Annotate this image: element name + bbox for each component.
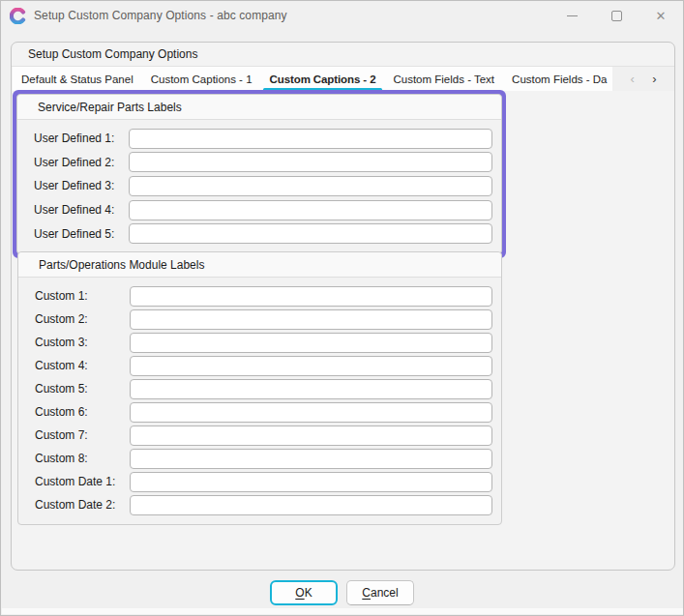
custom-6-input[interactable]: [130, 402, 492, 423]
custom-4-input[interactable]: [130, 356, 492, 376]
tab-scroll-left-icon[interactable]: ‹: [630, 73, 634, 85]
field-label: Custom 5:: [28, 382, 130, 396]
form-row: Custom Date 2:: [28, 493, 492, 516]
field-label: Custom 3:: [28, 336, 130, 349]
form-row: Custom 7:: [28, 424, 492, 447]
field-label: User Defined 4:: [27, 203, 129, 217]
user-defined-4-input[interactable]: [129, 200, 492, 220]
form-row: Custom 4:: [28, 354, 492, 377]
field-label: Custom Date 2:: [28, 498, 130, 512]
field-label: User Defined 3:: [27, 179, 129, 192]
tab-custom-captions-1[interactable]: Custom Captions - 1: [142, 67, 261, 91]
maximize-button[interactable]: [594, 1, 639, 30]
form-row: Custom 6:: [28, 400, 492, 424]
custom-8-input[interactable]: [130, 449, 492, 469]
custom-7-input[interactable]: [130, 425, 492, 446]
group-service-repair-parts-labels: Service/Repair Parts Labels User Defined…: [16, 94, 502, 254]
options-panel: Setup Custom Company Options Default & S…: [11, 42, 675, 571]
custom-2-input[interactable]: [130, 309, 492, 330]
tab-default-status-panel[interactable]: Default & Status Panel: [13, 67, 142, 91]
form-row: User Defined 2:: [27, 151, 492, 175]
field-label: Custom 1:: [28, 289, 130, 303]
tab-custom-fields-date[interactable]: Custom Fields - Da: [503, 67, 610, 91]
dialog-footer: OK Cancel: [1, 580, 683, 605]
field-label: User Defined 5:: [27, 227, 129, 241]
close-icon: ✕: [656, 9, 667, 23]
user-defined-1-input[interactable]: [129, 129, 492, 149]
panel-title: Setup Custom Company Options: [12, 43, 674, 67]
custom-5-input[interactable]: [130, 379, 492, 399]
user-defined-3-input[interactable]: [129, 176, 492, 196]
user-defined-2-input[interactable]: [129, 152, 492, 172]
form-row: User Defined 3:: [27, 174, 492, 198]
maximize-icon: [611, 11, 622, 21]
close-button[interactable]: ✕: [639, 1, 683, 30]
tab-strip: Default & Status Panel Custom Captions -…: [13, 67, 674, 91]
custom-3-input[interactable]: [130, 333, 492, 353]
group-rows: Custom 1: Custom 2: Custom 3: Custom 4: …: [18, 278, 501, 524]
window-controls: ✕: [550, 1, 683, 30]
titlebar: Setup Custom Company Options - abc compa…: [1, 1, 683, 30]
field-label: Custom 8:: [28, 452, 130, 465]
field-label: Custom 2:: [28, 312, 130, 326]
group-title: Service/Repair Parts Labels: [17, 95, 501, 120]
field-label: Custom 6:: [28, 405, 130, 419]
custom-date-1-input[interactable]: [130, 472, 492, 492]
form-row: Custom Date 1:: [28, 470, 492, 493]
field-label: User Defined 2:: [27, 156, 129, 169]
app-logo-icon: [10, 8, 26, 24]
minimize-button[interactable]: [550, 1, 594, 30]
custom-date-2-input[interactable]: [130, 495, 492, 515]
user-defined-5-input[interactable]: [129, 223, 492, 244]
window-title: Setup Custom Company Options - abc compa…: [34, 9, 287, 22]
tab-scroll-right-icon[interactable]: ›: [652, 73, 656, 85]
form-row: Custom 3:: [28, 331, 492, 354]
dialog-window: Setup Custom Company Options - abc compa…: [0, 0, 684, 616]
custom-1-input[interactable]: [130, 286, 492, 307]
form-row: User Defined 4:: [27, 198, 492, 222]
tab-custom-captions-2[interactable]: Custom Captions - 2: [261, 67, 385, 91]
tab-custom-fields-text[interactable]: Custom Fields - Text: [384, 67, 503, 91]
group-parts-operations-module-labels: Parts/Operations Module Labels Custom 1:…: [17, 251, 502, 525]
window-bottom-edge: [2, 608, 684, 614]
group-rows: User Defined 1: User Defined 2: User Def…: [17, 120, 501, 253]
highlight-outline: Service/Repair Parts Labels User Defined…: [13, 90, 506, 258]
form-row: Custom 2:: [28, 308, 492, 331]
form-row: Custom 8:: [28, 447, 492, 470]
tab-scroller: ‹ ›: [612, 67, 674, 91]
field-label: Custom Date 1:: [28, 475, 130, 488]
form-row: Custom 5:: [28, 377, 492, 400]
form-row: User Defined 1:: [27, 127, 492, 151]
form-row: User Defined 5:: [27, 221, 492, 246]
field-label: Custom 7:: [28, 428, 130, 442]
field-label: Custom 4:: [28, 359, 130, 372]
cancel-button[interactable]: Cancel: [346, 580, 414, 605]
group-title: Parts/Operations Module Labels: [18, 252, 501, 278]
ok-button[interactable]: OK: [270, 580, 338, 605]
field-label: User Defined 1:: [27, 132, 129, 145]
form-row: Custom 1:: [28, 284, 492, 308]
minimize-icon: [567, 15, 578, 16]
